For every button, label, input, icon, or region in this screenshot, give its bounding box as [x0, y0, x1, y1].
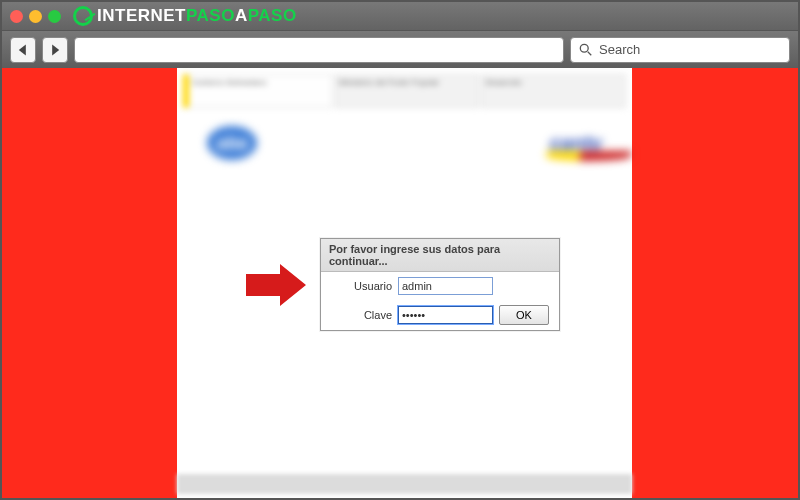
password-label: Clave [364, 309, 392, 321]
page-tab[interactable]: Desarrollo [481, 74, 626, 108]
browser-chrome: INTERNETPASOAPASO Search Gobierno Boliva… [0, 0, 800, 500]
arrow-pointer-icon [246, 264, 306, 306]
user-label: Usuario [354, 280, 392, 292]
brand-logo: INTERNETPASOAPASO [73, 6, 297, 26]
titlebar: INTERNETPASOAPASO [2, 2, 798, 30]
login-dialog: Por favor ingrese sus datos para continu… [320, 238, 560, 331]
login-title: Por favor ingrese sus datos para continu… [321, 239, 559, 272]
ok-button[interactable]: OK [499, 305, 549, 325]
viewport: Gobierno Bolivariano Ministerio del Pode… [2, 68, 798, 498]
search-icon [579, 43, 593, 57]
brand-part3: A [235, 6, 248, 25]
search-box[interactable]: Search [570, 37, 790, 63]
brand-text: INTERNETPASOAPASO [97, 6, 297, 26]
login-row-password: Clave OK [321, 300, 559, 330]
forward-icon [48, 43, 62, 57]
cantv-logo: cantv [550, 132, 602, 155]
aba-logo: aba [207, 126, 257, 160]
brand-ring-icon [73, 6, 93, 26]
password-input[interactable] [398, 306, 493, 324]
minimize-icon[interactable] [29, 10, 42, 23]
maximize-icon[interactable] [48, 10, 61, 23]
user-input[interactable] [398, 277, 493, 295]
status-bar [177, 474, 632, 494]
toolbar: Search [2, 30, 798, 68]
brand-part2: PASO [186, 6, 235, 25]
svg-line-1 [588, 51, 592, 55]
brand-part1: INTERNET [97, 6, 186, 25]
login-row-user: Usuario [321, 272, 559, 300]
forward-button[interactable] [42, 37, 68, 63]
svg-point-0 [580, 44, 588, 52]
page-tabs: Gobierno Bolivariano Ministerio del Pode… [177, 68, 632, 108]
search-placeholder: Search [599, 42, 640, 57]
close-icon[interactable] [10, 10, 23, 23]
page-tab[interactable]: Ministerio del Poder Popular [335, 74, 480, 108]
address-bar[interactable] [74, 37, 564, 63]
logos-row: aba cantv [177, 108, 632, 178]
brand-part4: PASO [248, 6, 297, 25]
back-icon [16, 43, 30, 57]
back-button[interactable] [10, 37, 36, 63]
page-tab[interactable]: Gobierno Bolivariano [183, 74, 333, 108]
